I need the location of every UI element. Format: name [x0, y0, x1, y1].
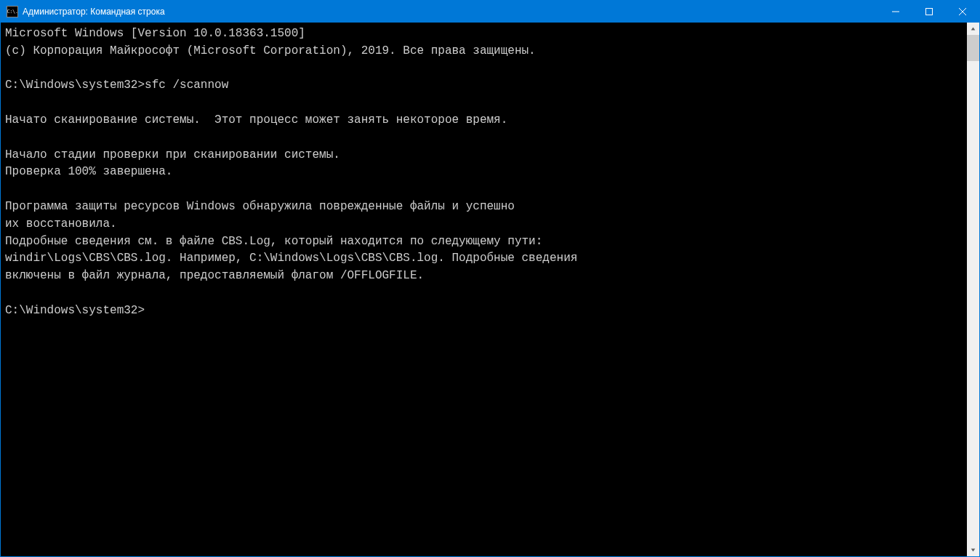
app-icon-label: C:\. [7, 9, 18, 15]
maximize-button[interactable] [912, 1, 946, 23]
maximize-icon [925, 8, 933, 15]
close-button[interactable] [946, 1, 979, 23]
vertical-scrollbar[interactable] [967, 23, 979, 556]
titlebar[interactable]: C:\. Администратор: Командная строка [1, 1, 979, 23]
console-output[interactable]: Microsoft Windows [Version 10.0.18363.15… [1, 23, 967, 556]
scroll-down-button[interactable] [967, 544, 979, 556]
svg-rect-1 [926, 9, 933, 15]
scroll-track[interactable] [967, 35, 979, 544]
close-icon [959, 8, 966, 15]
window-controls [879, 1, 979, 23]
minimize-icon [892, 8, 899, 15]
command-prompt-window: C:\. Администратор: Командная строка Mic… [0, 0, 980, 557]
app-icon: C:\. [7, 6, 18, 17]
svg-marker-5 [971, 548, 976, 551]
scroll-thumb[interactable] [967, 35, 979, 61]
chevron-up-icon [971, 26, 976, 31]
scroll-up-button[interactable] [967, 23, 979, 35]
minimize-button[interactable] [879, 1, 912, 23]
chevron-down-icon [971, 548, 976, 553]
svg-marker-4 [971, 27, 976, 30]
console-area: Microsoft Windows [Version 10.0.18363.15… [1, 23, 979, 556]
window-title: Администратор: Командная строка [23, 7, 165, 17]
